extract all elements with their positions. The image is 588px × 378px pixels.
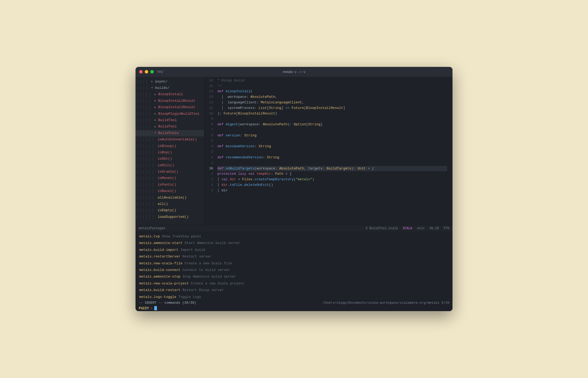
code-content: * Bloop build. */ def bloopInstall( │ wo… [217, 78, 452, 224]
tree-item[interactable]: │ │ │ │ │ ▼ BuildTools [136, 130, 204, 136]
list-item[interactable]: metals.ammonite-start Start Ammonite bui… [138, 240, 450, 246]
tree-item[interactable]: │ │ │ │ │ ▶ BloopPluginBuildTool [136, 111, 204, 117]
list-item[interactable]: metals.build-connect Connect to build se… [138, 267, 450, 273]
list-item[interactable]: metals.build-import Import build [138, 247, 450, 253]
fuzzy-cursor [154, 306, 157, 310]
close-button[interactable] [139, 70, 143, 73]
statusbar-file: 5 BuildTool.scala [366, 227, 398, 230]
fuzzy-label: FUZZY [139, 306, 149, 310]
tree-item[interactable]: │ │ │ │ │ ▶ BuildTool [136, 124, 204, 130]
statusbar-right: 5 BuildTool.scala SCALA unix 36,28 57% [366, 227, 449, 230]
tree-item[interactable]: │ │ │ │ │ │ isAutoConnectable() [136, 136, 204, 143]
command-list: metals.tvp Show TreeView panel metals.am… [136, 233, 452, 300]
titlebar: ⌥⌘2 metals: v . — v [136, 67, 452, 77]
code-editor[interactable]: 16 15 14 13 12 11 10 9 8 7 6 5 4 3 2 1 3 [204, 77, 452, 225]
list-item[interactable]: metals.ammonite-stop Stop Ammonite build… [138, 273, 450, 280]
tree-item[interactable]: │ │ │ │ │ │ isBloop() [136, 143, 204, 149]
statusbar-format: unix [417, 227, 425, 230]
tree-item[interactable]: │ │ │ │ │ │ allAvailable() [136, 195, 204, 201]
file-tree[interactable]: │ │ │ │ ▶ async/ │ │ │ │ ▼ builds/ │ │ [136, 77, 204, 225]
statusbar-package: metalsPackages [139, 227, 366, 230]
tree-item[interactable]: │ │ │ │ │ ▶ BloopInstallResult [136, 104, 204, 110]
list-item[interactable]: metals.new-scala-project Create a new Sc… [138, 280, 450, 287]
editor-window: ⌥⌘2 metals: v . — v │ │ │ │ ▶ async/ │ │… [136, 67, 452, 311]
main-area: │ │ │ │ ▶ async/ │ │ │ │ ▼ builds/ │ │ [136, 77, 452, 225]
statusbar-pct: 57% [444, 227, 449, 230]
list-item[interactable]: metals.build-restart Restart Bloop serve… [138, 287, 450, 293]
shortcut-label: ⌥⌘2 [157, 70, 163, 74]
tree-item[interactable]: │ │ │ │ │ ▶ BuildTool [136, 117, 204, 123]
tree-item[interactable]: │ │ │ │ ▼ builds/ [136, 85, 204, 91]
line-numbers: 16 15 14 13 12 11 10 9 8 7 6 5 4 3 2 1 3 [204, 78, 217, 224]
tree-item[interactable]: │ │ │ │ │ ▶ BloopInstallResult [136, 98, 204, 104]
statusbar-pos: 36,28 [429, 227, 439, 230]
fuzzy-bar[interactable]: FUZZY > [136, 305, 452, 311]
tree-item[interactable]: │ │ │ │ │ │ loadSupported() [136, 214, 204, 220]
tree-item[interactable]: │ │ │ │ │ │ isMaven() [136, 175, 204, 182]
minimize-button[interactable] [145, 70, 148, 73]
insert-mode-label: -- INSERT -- commands (39/39) [139, 301, 196, 305]
command-palette: metals.tvp Show TreeView panel metals.am… [136, 232, 452, 300]
tree-item[interactable]: │ │ │ │ │ │ isGradle() [136, 169, 204, 175]
fuzzy-prompt: > [151, 306, 153, 310]
list-item[interactable]: metals.tvp Show TreeView panel [138, 233, 450, 240]
tree-item[interactable]: │ │ │ │ │ │ isSbt() [136, 156, 204, 162]
bottom-bars: -- INSERT -- commands (39/39) /Users/cki… [136, 300, 452, 311]
insert-bar: -- INSERT -- commands (39/39) /Users/cki… [136, 300, 452, 305]
traffic-lights [139, 70, 154, 73]
tree-item[interactable]: │ │ │ │ ▶ async/ [136, 79, 204, 85]
code-area: 16 15 14 13 12 11 10 9 8 7 6 5 4 3 2 1 3 [204, 77, 452, 225]
file-path-label: /Users/ckipp/Documents/scala-workspace/s… [323, 301, 449, 305]
statusbar: metalsPackages 5 BuildTool.scala SCALA u… [136, 225, 452, 232]
list-item[interactable]: metals.restartServer Restart server [138, 253, 450, 260]
list-item[interactable]: metals.new-scala-file Create a new Scala… [138, 260, 450, 267]
tree-item[interactable]: │ │ │ │ │ ▶ BloopInstall [136, 91, 204, 98]
tree-item[interactable]: │ │ │ │ │ │ all() [136, 201, 204, 207]
tree-item[interactable]: │ │ │ │ │ │ isMill() [136, 162, 204, 169]
tree-item[interactable]: │ │ │ │ │ │ isBsp() [136, 149, 204, 156]
window-title: metals: v . — v [283, 70, 305, 74]
tree-item[interactable]: │ │ │ │ │ │ isEmpty() [136, 208, 204, 214]
tree-item[interactable]: │ │ │ │ │ │ isPants() [136, 182, 204, 188]
list-item[interactable]: metals.logs-toggle Toggle Logs [138, 294, 450, 300]
statusbar-lang: SCALA [403, 227, 412, 230]
tree-item[interactable]: │ │ │ │ │ │ isBazel() [136, 188, 204, 194]
maximize-button[interactable] [150, 70, 154, 73]
